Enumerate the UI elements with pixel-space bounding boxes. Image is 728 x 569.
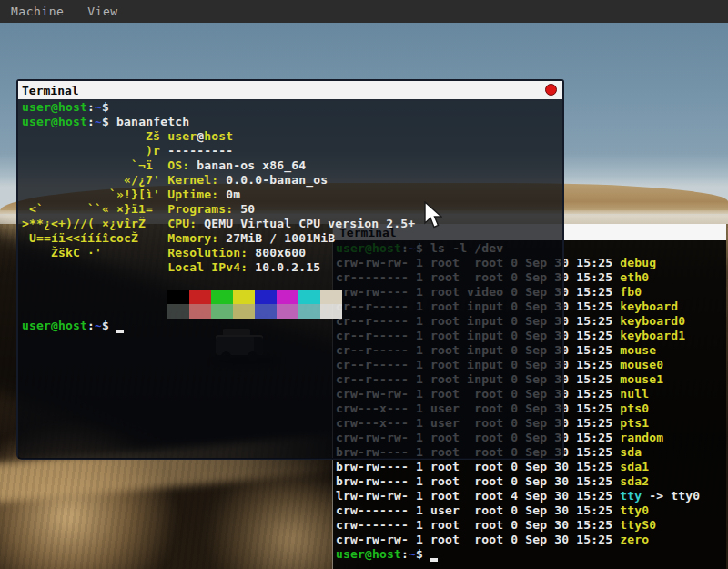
terminal-window-bananfetch[interactable]: Terminal user@host:~$ user@host:~$ banan… [16,79,564,460]
ls-row: brw-rw---- 1 root root 0 Sep 30 15:25 sd… [336,460,726,474]
fetch-header-at: @ [197,129,204,143]
palette-swatch [189,290,211,304]
menu-item-machine[interactable]: Machine [11,5,64,18]
ascii-art: `»!}[ì' [22,188,167,201]
palette-indent [22,304,167,318]
file-name: sda [620,445,642,459]
palette-swatch [211,304,233,319]
file-name: tty [620,489,642,503]
fetch-label: Memory: [167,231,218,245]
blank [22,275,29,289]
file-name: keyboard0 [620,314,685,328]
prompt-line: user@host:~$ [22,319,562,333]
file-name: sda2 [620,474,649,488]
ascii-art [22,260,167,274]
ls-row: crw------- 1 user root 0 Sep 30 15:25 tt… [336,503,726,518]
fetch-value: 10.0.2.15 [248,260,320,274]
file-name: zero [620,533,649,546]
prompt-line: user@host:~$ [336,547,726,562]
ls-row: brw-rw---- 1 root root 0 Sep 30 15:25 sd… [336,474,726,489]
file-name: eth0 [620,270,649,284]
palette-swatch [189,304,211,319]
fetch-header-user: user [167,129,197,143]
palette-swatch [233,304,255,319]
file-attributes: crw------- 1 root root 0 Sep 30 15:25 [336,518,620,532]
fetch-separator: --------- [167,144,233,157]
ascii-art: Zš [22,129,167,143]
fetch-line: >**¿<+)//( ×¿vîrŽ CPU: QEMU Virtual CPU … [22,217,562,231]
file-name: mouse0 [620,358,663,371]
palette-swatch [211,290,233,304]
menu-bar: Machine View [0,0,728,23]
prompt-path: ~ [409,547,416,561]
file-name: ttyS0 [620,518,656,532]
file-name: pts1 [620,416,649,430]
fetch-line: Local IPv4: 10.0.2.15 [22,260,562,275]
fetch-value: QEMU Virtual CPU version 2.5+ [197,217,415,230]
ascii-art: `¬ï [22,158,167,172]
menu-item-view[interactable]: View [87,5,117,18]
palette-swatch [320,304,342,319]
symlink-target: -> tty0 [642,489,700,503]
palette-swatch [233,290,255,304]
fetch-value: 0m [218,188,240,201]
fetch-value: 50 [233,202,255,216]
prompt-user-host: user@host [22,115,87,128]
fetch-value: 0.0.0-banan_os [218,173,328,187]
terminal1-titlebar[interactable]: Terminal [18,81,562,99]
ascii-art: ŽškC ·' [22,246,167,259]
fetch-line: «/¿7' Kernel: 0.0.0-banan_os [22,173,562,188]
file-attributes: crw-rw-rw- 1 root root 0 Sep 30 15:25 [336,533,620,546]
ls-row: crw-rw-rw- 1 root root 0 Sep 30 15:25 ze… [336,533,726,547]
file-name: keyboard1 [620,329,685,342]
ascii-art: <` ``« ×}ï1= [22,202,167,216]
file-name: mouse [620,343,656,357]
palette-swatch [167,304,189,319]
fetch-line: U==íï<<íííîcocŽ Memory: 27MiB / 1001MiB [22,231,562,246]
palette-swatch [298,304,320,319]
close-button[interactable] [545,84,557,96]
prompt-colon: : [87,115,95,128]
prompt-dollar: $ [102,115,116,128]
prompt-dollar: $ [416,547,430,561]
terminal-cursor [430,548,438,562]
palette-row [22,304,562,319]
fetch-line: <` ``« ×}ï1= Programs: 50 [22,202,562,217]
ascii-art: U==íï<<íííîcocŽ [22,231,167,245]
terminal-cursor [116,320,124,333]
terminal1-output[interactable]: user@host:~$ user@host:~$ bananfetch Zš … [18,99,562,459]
palette-indent [22,290,167,303]
fetch-label: Programs: [167,202,233,216]
prompt-colon: : [87,100,95,114]
ascii-art: )r [22,144,167,157]
file-attributes: lrw-rw-rw- 1 root root 4 Sep 30 15:25 [336,489,620,503]
prompt-path: ~ [95,319,102,332]
prompt-path: ~ [95,115,102,128]
prompt-colon: : [87,319,95,332]
command-line: user@host:~$ bananfetch [22,115,562,129]
palette-swatch [255,304,277,319]
file-name: random [620,431,663,444]
file-name: fb0 [620,285,642,299]
ls-row: crw------- 1 root root 0 Sep 30 15:25 tt… [336,518,726,533]
ascii-art: «/¿7' [22,173,167,187]
terminal1-title: Terminal [22,84,79,97]
fetch-line: ŽškC ·' Resolution: 800x600 [22,246,562,260]
fetch-value: 27MiB / 1001MiB [218,231,335,245]
fetch-line: Zš user@host [22,129,562,144]
file-attributes: brw-rw---- 1 root root 0 Sep 30 15:25 [336,460,620,473]
prompt-dollar: $ [102,319,116,332]
palette-swatch [277,290,298,304]
vm-window: Machine View Terminal user@host:~$ ls -l… [0,0,728,569]
ascii-art: >**¿<+)//( ×¿vîrŽ [22,217,167,230]
mouse-cursor-icon [422,201,442,230]
file-name: tty0 [620,503,649,517]
file-attributes: brw-rw---- 1 root root 0 Sep 30 15:25 [336,474,620,488]
palette-swatch [167,290,189,304]
fetch-label: OS: [167,158,189,172]
prompt-line: user@host:~$ [22,100,562,115]
fetch-label: Resolution: [167,246,248,259]
ls-row: lrw-rw-rw- 1 root root 4 Sep 30 15:25 tt… [336,489,726,503]
fetch-line: `¬ï OS: banan-os x86_64 [22,158,562,173]
palette-swatch [298,290,320,304]
